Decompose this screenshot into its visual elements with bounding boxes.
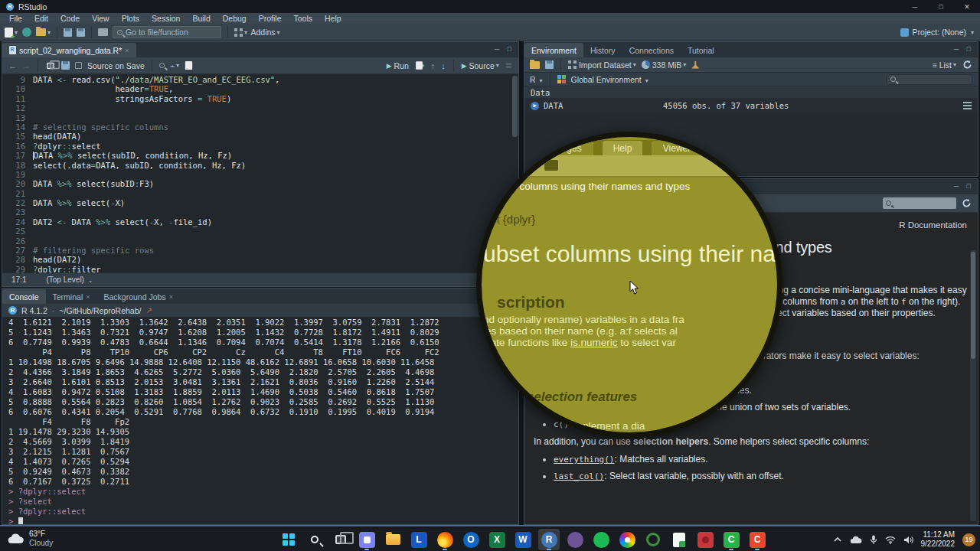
menu-build[interactable]: Build bbox=[186, 14, 216, 23]
forward-icon[interactable]: → bbox=[22, 61, 31, 70]
run-next-icon[interactable]: ↓ bbox=[441, 61, 446, 70]
taskbar-spotify-icon[interactable] bbox=[590, 529, 612, 550]
code-line-24[interactable]: 24DAT2 <- DATA %>% select(-X, -file_id) bbox=[2, 217, 518, 227]
run-button[interactable]: ▶ Run bbox=[387, 60, 409, 72]
taskbar-camtasia-recorder-icon[interactable]: C bbox=[746, 529, 768, 550]
menu-tools[interactable]: Tools bbox=[287, 14, 318, 23]
code-line-21[interactable]: 21 bbox=[2, 189, 518, 198]
compile-report-icon[interactable] bbox=[185, 60, 193, 72]
save-button[interactable] bbox=[64, 26, 72, 38]
list-view-button[interactable]: ≡ List▾ bbox=[933, 59, 956, 71]
pane-window-icons[interactable]: ─ □ bbox=[495, 45, 514, 53]
tab-console[interactable]: Console bbox=[2, 289, 46, 304]
expand-icon[interactable]: ▶ bbox=[531, 102, 539, 110]
run-previous-icon[interactable]: ↑ bbox=[431, 61, 436, 70]
code-line-22[interactable]: 22DATA %>% select(-X) bbox=[2, 198, 518, 207]
code-line-26[interactable]: 26 bbox=[2, 236, 518, 246]
scope-indicator[interactable]: (Top Level) ⌄ bbox=[46, 276, 93, 284]
menu-session[interactable]: Session bbox=[145, 14, 186, 23]
code-line-23[interactable]: 23 bbox=[2, 207, 518, 217]
taskbar-word-icon[interactable]: W bbox=[512, 529, 534, 550]
taskbar-outlook-icon[interactable]: O bbox=[460, 529, 482, 550]
open-file-button[interactable]: ▾ bbox=[36, 26, 51, 38]
tab-terminal[interactable]: Terminal× bbox=[46, 289, 97, 304]
taskbar-l-app-icon[interactable]: L bbox=[408, 529, 430, 550]
pane-window-icons[interactable]: ─ □ bbox=[954, 45, 974, 53]
code-tools-icon[interactable]: ⌁▾ bbox=[170, 60, 179, 72]
source-on-save-checkbox[interactable] bbox=[75, 62, 82, 69]
taskbar-firefox-icon[interactable] bbox=[434, 529, 456, 550]
tab-connections[interactable]: Connections bbox=[622, 43, 681, 57]
help-search-input[interactable] bbox=[883, 197, 956, 209]
tab-environment[interactable]: Environment bbox=[524, 43, 583, 57]
code-line-9[interactable]: 9DATA <- read.csv("./data/MASTER_EO_and_… bbox=[2, 75, 518, 84]
microphone-icon[interactable] bbox=[870, 535, 877, 545]
menu-code[interactable]: Code bbox=[54, 14, 86, 23]
code-line-16[interactable]: 16?dplyr::select bbox=[2, 142, 518, 151]
tab-background-jobs[interactable]: Background Jobs× bbox=[96, 289, 179, 304]
maximize-button[interactable]: □ bbox=[928, 0, 954, 13]
taskbar-search-icon[interactable] bbox=[304, 529, 325, 550]
taskbar-github-desktop-icon[interactable] bbox=[564, 529, 586, 550]
source-button[interactable]: ▶ Source▾ bbox=[462, 60, 499, 72]
environment-selector[interactable]: Global Environment ▾ bbox=[571, 75, 648, 84]
goto-file-input[interactable]: Go to file/function bbox=[113, 26, 221, 38]
taskbar-color-wheel-app-icon[interactable] bbox=[616, 529, 638, 550]
addins-button[interactable]: ▾ Addins▾ bbox=[234, 26, 280, 38]
menu-help[interactable]: Help bbox=[318, 14, 348, 23]
code-line-11[interactable]: 11 stringsAsFactors = TRUE) bbox=[2, 94, 518, 103]
clock[interactable]: 11:12 AM 9/22/2022 bbox=[921, 530, 956, 549]
new-file-button[interactable]: ▾ bbox=[5, 26, 18, 38]
code-line-29[interactable]: 29?dplyr::filter bbox=[2, 265, 518, 272]
clear-objects-icon[interactable] bbox=[691, 61, 699, 69]
code-line-10[interactable]: 10 header=TRUE, bbox=[2, 84, 518, 93]
rerun-button[interactable]: ● bbox=[415, 60, 425, 72]
editor-scrollbar[interactable] bbox=[512, 76, 518, 137]
save-doc-button[interactable] bbox=[61, 60, 70, 72]
taskbar-document-app-icon[interactable] bbox=[668, 529, 690, 550]
menu-view[interactable]: View bbox=[86, 14, 116, 23]
volume-icon[interactable] bbox=[903, 536, 913, 544]
pane-window-icons[interactable]: ─ □ bbox=[954, 182, 974, 190]
taskbar-file-explorer-icon[interactable] bbox=[382, 529, 403, 550]
help-scrollbar[interactable] bbox=[970, 250, 976, 521]
code-line-14[interactable]: 14# selecting specific columns bbox=[2, 122, 518, 132]
code-line-13[interactable]: 13 bbox=[2, 113, 518, 122]
open-new-window-icon[interactable] bbox=[45, 60, 56, 72]
code-line-28[interactable]: 28head(DAT2) bbox=[2, 255, 518, 264]
tab-tutorial[interactable]: Tutorial bbox=[681, 43, 721, 57]
print-button[interactable] bbox=[98, 26, 108, 38]
taskbar-chat-app-icon[interactable] bbox=[356, 529, 377, 550]
view-table-icon[interactable] bbox=[963, 102, 972, 109]
close-button[interactable]: ✕ bbox=[954, 0, 980, 13]
taskbar-task-view-icon[interactable] bbox=[330, 529, 351, 550]
code-line-17[interactable]: 17DATA %>% select(subID, condition, Hz, … bbox=[2, 151, 518, 160]
code-line-25[interactable]: 25 bbox=[2, 227, 518, 236]
menu-debug[interactable]: Debug bbox=[217, 14, 253, 23]
taskbar-camtasia-icon[interactable]: C bbox=[720, 529, 742, 550]
menu-profile[interactable]: Profile bbox=[253, 14, 288, 23]
tray-chevron-icon[interactable] bbox=[833, 536, 842, 543]
save-workspace-icon[interactable] bbox=[545, 60, 554, 69]
notification-badge[interactable]: 19 bbox=[962, 533, 975, 546]
environment-search-input[interactable] bbox=[887, 74, 972, 85]
taskbar-windows-start-icon[interactable] bbox=[278, 529, 299, 550]
tab-close-icon[interactable]: × bbox=[125, 47, 129, 54]
minimize-button[interactable]: ─ bbox=[902, 0, 928, 13]
menu-file[interactable]: File bbox=[3, 14, 28, 23]
menu-plots[interactable]: Plots bbox=[116, 14, 145, 23]
taskbar-rstudio-icon[interactable]: R bbox=[538, 529, 560, 550]
code-line-15[interactable]: 15head(DATA) bbox=[2, 132, 518, 141]
console-output[interactable]: 4 1.6121 2.1019 1.3303 1.3642 2.6438 2.0… bbox=[2, 318, 518, 524]
weather-widget[interactable]: 63°F Cloudy bbox=[8, 530, 53, 548]
import-dataset-button[interactable]: Import Dataset▾ bbox=[568, 59, 636, 71]
project-menu[interactable]: Project: (None) ▾ bbox=[900, 28, 974, 37]
environment-object-row[interactable]: ▶DATA45056 obs. of 37 variables bbox=[524, 99, 978, 112]
language-selector[interactable]: R ▾ bbox=[530, 75, 543, 84]
taskbar-green-ring-app-icon[interactable] bbox=[642, 529, 664, 550]
code-editor[interactable]: 9DATA <- read.csv("./data/MASTER_EO_and_… bbox=[2, 75, 518, 272]
new-project-button[interactable] bbox=[22, 26, 31, 38]
onedrive-icon[interactable] bbox=[850, 536, 862, 544]
taskbar-excel-icon[interactable]: X bbox=[486, 529, 508, 550]
refresh-icon[interactable] bbox=[962, 60, 972, 70]
